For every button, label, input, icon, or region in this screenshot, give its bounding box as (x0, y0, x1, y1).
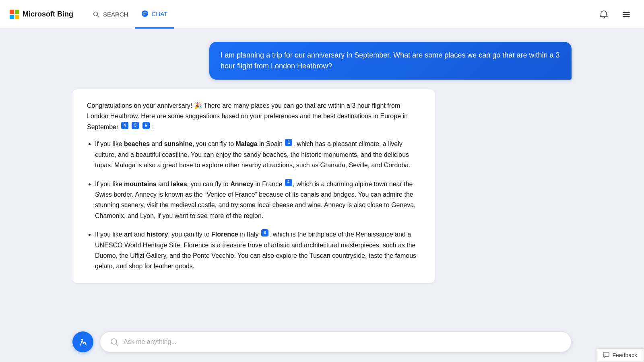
bold-annecy: Annecy (230, 181, 254, 187)
bold-beaches: beaches (124, 140, 150, 147)
citation-1[interactable]: 1 (285, 139, 292, 146)
svg-point-6 (81, 339, 83, 340)
feedback-label: Feedback (613, 352, 637, 358)
citation-6[interactable]: 6 (142, 122, 150, 129)
header-actions (596, 6, 634, 23)
user-message: I am planning a trip for our anniversary… (209, 42, 572, 80)
citation-6b[interactable]: 6 (261, 229, 268, 237)
chat-icon (141, 10, 149, 17)
input-area (0, 325, 644, 362)
notifications-button[interactable] (596, 6, 612, 23)
bing-avatar-button[interactable] (72, 331, 93, 352)
bold-lakes: lakes (171, 181, 187, 187)
chat-input[interactable] (124, 338, 561, 346)
bold-art: art (124, 231, 132, 238)
bold-mountains: mountains (124, 181, 157, 187)
menu-button[interactable] (618, 6, 634, 23)
destination-list: If you like beaches and sunshine, you ca… (95, 139, 420, 272)
bold-sunshine: sunshine (164, 140, 192, 147)
citation-5[interactable]: 5 (132, 122, 139, 129)
citation-4[interactable]: 4 (121, 122, 128, 129)
ai-intro-paragraph: Congratulations on your anniversary! 🎉 T… (87, 101, 420, 132)
list-item: If you like mountains and lakes, you can… (95, 179, 420, 222)
logo[interactable]: Microsoft Bing (10, 10, 73, 19)
header: Microsoft Bing SEARCH CHAT (0, 0, 644, 29)
main-nav: SEARCH CHAT (86, 0, 174, 29)
svg-line-1 (97, 15, 99, 17)
chat-input-wrapper (100, 331, 572, 352)
svg-point-2 (142, 10, 148, 17)
nav-search-label: SEARCH (103, 11, 128, 18)
search-icon (93, 11, 100, 18)
main-content: I am planning a trip for our anniversary… (0, 29, 644, 362)
svg-point-7 (111, 339, 117, 344)
microsoft-logo (10, 10, 19, 19)
logo-text: Microsoft Bing (23, 10, 73, 19)
feedback-button[interactable]: Feedback (596, 348, 644, 362)
bold-malaga: Malaga (236, 140, 258, 147)
nav-search[interactable]: SEARCH (86, 0, 135, 29)
ai-response: Congratulations on your anniversary! 🎉 T… (72, 89, 435, 283)
nav-chat-label: CHAT (152, 10, 168, 17)
chat-area: I am planning a trip for our anniversary… (0, 29, 644, 325)
nav-chat[interactable]: CHAT (135, 0, 174, 29)
list-item: If you like art and history, you can fly… (95, 229, 420, 272)
list-item: If you like beaches and sunshine, you ca… (95, 139, 420, 171)
svg-line-8 (116, 344, 118, 346)
input-search-icon (110, 337, 119, 346)
ai-intro-end: : (152, 123, 154, 130)
svg-rect-9 (603, 352, 609, 357)
user-message-text: I am planning a trip for our anniversary… (221, 51, 559, 70)
bold-florence: Florence (211, 231, 238, 238)
citation-4b[interactable]: 4 (285, 179, 292, 186)
bold-history: history (147, 231, 168, 238)
